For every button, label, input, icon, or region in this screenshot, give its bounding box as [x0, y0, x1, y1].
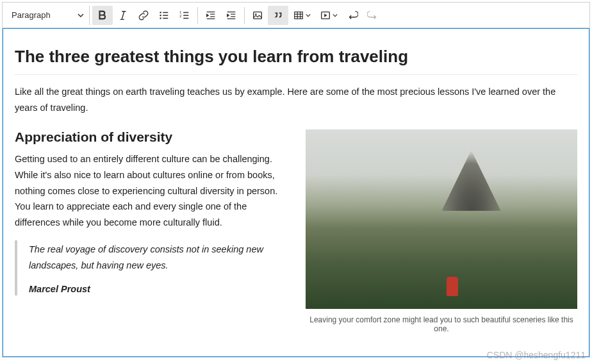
blockquote[interactable]: The real voyage of discovery consists no…	[15, 240, 290, 295]
svg-rect-7	[295, 12, 303, 19]
section-heading[interactable]: Appreciation of diversity	[15, 129, 290, 145]
media-button[interactable]	[315, 6, 342, 25]
indent-button[interactable]	[221, 6, 242, 25]
separator	[244, 7, 245, 24]
svg-point-2	[160, 17, 161, 19]
table-icon	[293, 10, 304, 21]
svg-point-1	[160, 14, 161, 16]
left-column: Appreciation of diversity Getting used t…	[15, 129, 290, 333]
redo-button[interactable]	[363, 6, 383, 25]
bold-icon	[97, 10, 108, 21]
right-column: Leaving your comfort zone might lead you…	[306, 129, 577, 333]
quote-author[interactable]: Marcel Proust	[29, 284, 290, 294]
outdent-icon	[205, 10, 217, 21]
editor-content[interactable]: The three greatest things you learn from…	[3, 28, 589, 357]
figure[interactable]: Leaving your comfort zone might lead you…	[306, 129, 577, 333]
svg-point-6	[255, 13, 256, 15]
section-body[interactable]: Getting used to an entirely different cu…	[15, 151, 290, 230]
link-icon	[138, 10, 149, 21]
bullet-list-button[interactable]	[154, 6, 174, 25]
bold-button[interactable]	[92, 6, 113, 25]
media-icon	[320, 10, 331, 21]
chevron-down-icon	[306, 13, 311, 18]
link-button[interactable]	[133, 6, 154, 25]
svg-rect-5	[254, 12, 262, 19]
format-dropdown-label: Paragraph	[12, 10, 51, 20]
figure-image[interactable]	[306, 129, 577, 309]
format-dropdown[interactable]: Paragraph	[6, 6, 90, 25]
bullet-list-icon	[158, 10, 170, 21]
undo-button[interactable]	[342, 6, 363, 25]
indent-icon	[226, 10, 237, 21]
undo-icon	[347, 10, 358, 21]
svg-point-0	[160, 12, 161, 13]
blockquote-icon	[272, 10, 284, 21]
image-icon	[252, 10, 263, 21]
two-column-layout: Appreciation of diversity Getting used t…	[15, 129, 577, 333]
rich-text-editor: Paragraph 12	[2, 2, 590, 358]
watermark: CSDN @heshengfu1211	[487, 350, 586, 360]
intro-paragraph[interactable]: Like all the great things on earth trave…	[15, 84, 577, 115]
numbered-list-button[interactable]: 12	[174, 6, 195, 25]
italic-button[interactable]	[113, 6, 133, 25]
document-title[interactable]: The three greatest things you learn from…	[15, 47, 577, 75]
chevron-down-icon	[333, 13, 338, 18]
redo-icon	[367, 10, 379, 21]
figure-caption[interactable]: Leaving your comfort zone might lead you…	[306, 315, 577, 333]
chevron-down-icon	[78, 12, 84, 19]
italic-icon	[117, 10, 129, 21]
image-button[interactable]	[247, 6, 268, 25]
toolbar: Paragraph 12	[3, 3, 589, 28]
table-button[interactable]	[288, 6, 315, 25]
svg-text:2: 2	[179, 13, 181, 17]
blockquote-button[interactable]	[268, 6, 288, 25]
outdent-button[interactable]	[201, 6, 221, 25]
separator	[197, 7, 198, 24]
quote-text[interactable]: The real voyage of discovery consists no…	[29, 242, 290, 273]
numbered-list-icon: 12	[179, 10, 190, 21]
